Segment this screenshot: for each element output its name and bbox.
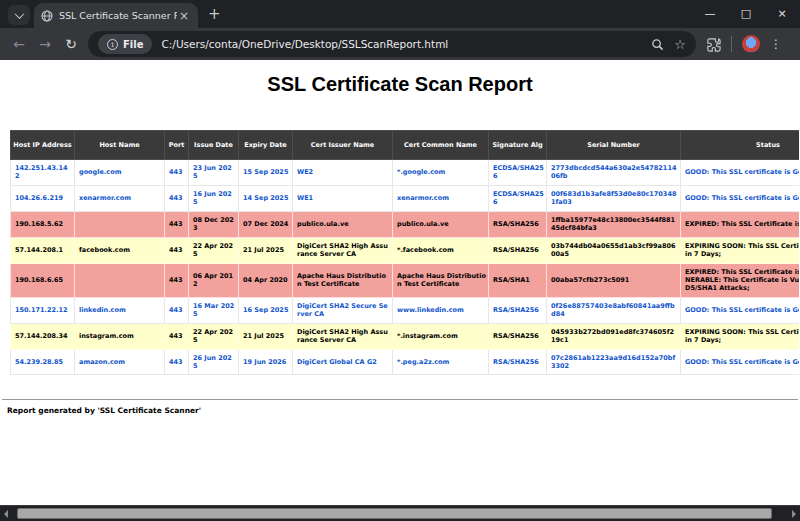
minimize-button[interactable]: — — [692, 0, 728, 28]
cell-port: 443 — [165, 263, 189, 297]
table-row: 57.144.208.1facebook.com44322 Apr 202521… — [11, 237, 800, 263]
cell-status: GOOD: This SSL certificate is Good — [681, 349, 800, 375]
cell-serial: 07c2861ab1223aa9d16d152a70bf3302 — [547, 349, 681, 375]
cell-host: amazon.com — [75, 349, 165, 375]
cell-issuer: Apache Haus Distribution Test Certificat… — [293, 263, 393, 297]
cell-issuer: WE2 — [293, 160, 393, 186]
zoom-indicator-icon[interactable] — [651, 38, 664, 51]
cell-ip: 190.168.5.62 — [11, 211, 75, 237]
table-row: 142.251.43.142google.com44323 Jun 202515… — [11, 160, 800, 186]
cell-issuer: WE1 — [293, 185, 393, 211]
file-scheme-chip[interactable]: i File — [98, 34, 152, 54]
cell-expiry_date: 21 Jul 2025 — [239, 237, 293, 263]
cell-issue_date: 26 Jun 2025 — [189, 349, 239, 375]
scroll-left-arrow-icon[interactable] — [4, 510, 8, 518]
cell-sig_alg: RSA/SHA256 — [489, 297, 547, 323]
tab-close-icon[interactable]: × — [177, 9, 191, 23]
browser-tab[interactable]: SSL Certificate Scanner Report × — [34, 3, 198, 28]
url-text: C:/Users/conta/OneDrive/Desktop/SSLScanR… — [161, 38, 641, 50]
cell-issue_date: 16 Mar 2025 — [189, 297, 239, 323]
table-row: 190.168.5.6244308 Dec 202307 Dec 2024pub… — [11, 211, 800, 237]
reload-button[interactable]: ↻ — [58, 36, 84, 52]
footer-divider — [2, 399, 798, 400]
forward-button[interactable]: → — [32, 36, 58, 52]
cell-serial: 00f683d1b3afe8f53d0e80c1703481fa03 — [547, 185, 681, 211]
cell-expiry_date: 07 Dec 2024 — [239, 211, 293, 237]
close-button[interactable]: × — [764, 0, 800, 28]
cell-common_name: xenarmor.com — [393, 185, 489, 211]
extensions-puzzle-icon[interactable] — [706, 37, 721, 52]
table-row: 54.239.28.85amazon.com44326 Jun 202519 J… — [11, 349, 800, 375]
cell-status: EXPIRED: This SSL Certificate is Expired… — [681, 211, 800, 237]
cell-serial: 03b744db04a0655d1ab3cf99a80600a5 — [547, 237, 681, 263]
cell-expiry_date: 15 Sep 2025 — [239, 160, 293, 186]
scrollbar-thumb[interactable] — [17, 508, 772, 519]
cell-port: 443 — [165, 323, 189, 349]
column-header-serial: Serial Number — [547, 131, 681, 160]
cell-expiry_date: 04 Apr 2020 — [239, 263, 293, 297]
cell-issuer: DigiCert SHA2 Secure Server CA — [293, 297, 393, 323]
cell-sig_alg: RSA/SHA256 — [489, 323, 547, 349]
info-icon: i — [107, 39, 118, 50]
maximize-button[interactable]: □ — [728, 0, 764, 28]
bookmark-star-icon[interactable]: ☆ — [674, 37, 686, 52]
cell-host: google.com — [75, 160, 165, 186]
table-row: 150.171.22.12linkedin.com44316 Mar 20251… — [11, 297, 800, 323]
cell-common_name: www.linkedin.com — [393, 297, 489, 323]
table-row: 104.26.6.219xenarmor.com44316 Jun 202514… — [11, 185, 800, 211]
profile-avatar[interactable] — [742, 35, 760, 53]
cell-port: 443 — [165, 237, 189, 263]
cell-sig_alg: ECDSA/SHA256 — [489, 185, 547, 211]
cell-ip: 57.144.208.34 — [11, 323, 75, 349]
cell-host — [75, 211, 165, 237]
cell-common_name: *.facebook.com — [393, 237, 489, 263]
tab-title: SSL Certificate Scanner Report — [59, 10, 177, 21]
back-button[interactable]: ← — [6, 36, 32, 52]
cell-status: GOOD: This SSL certificate is Good — [681, 160, 800, 186]
chevron-down-icon — [14, 9, 24, 19]
cell-issuer: DigiCert SHA2 High Assurance Server CA — [293, 323, 393, 349]
column-header-issue_date: Issue Date — [189, 131, 239, 160]
browser-toolbar: ← → ↻ i File C:/Users/conta/OneDrive/Des… — [0, 28, 800, 60]
cell-serial: 2773dbcdcd544a630a2e5478211406fb — [547, 160, 681, 186]
cell-expiry_date: 14 Sep 2025 — [239, 185, 293, 211]
cell-status: EXPIRED: This SSL Certificate is Expired… — [681, 263, 800, 297]
tab-search-button[interactable] — [8, 5, 30, 25]
menu-kebab-icon[interactable]: ⋮ — [770, 37, 782, 51]
table-row: 57.144.208.34instagram.com44322 Apr 2025… — [11, 323, 800, 349]
cell-sig_alg: RSA/SHA1 — [489, 263, 547, 297]
page-title: SSL Certificate Scan Report — [0, 60, 800, 96]
cell-common_name: *.peg.a2z.com — [393, 349, 489, 375]
toolbar-divider — [731, 36, 732, 52]
cell-serial: 045933b272bd091ed8fc374605f219c1 — [547, 323, 681, 349]
file-chip-label: File — [123, 39, 143, 50]
browser-titlebar: SSL Certificate Scanner Report × + — □ × — [0, 0, 800, 28]
column-header-ip: Host IP Address — [11, 131, 75, 160]
cell-port: 443 — [165, 185, 189, 211]
cell-sig_alg: RSA/SHA256 — [489, 349, 547, 375]
cell-port: 443 — [165, 297, 189, 323]
cell-expiry_date: 19 Jun 2026 — [239, 349, 293, 375]
cell-common_name: *.google.com — [393, 160, 489, 186]
cell-host — [75, 263, 165, 297]
cell-sig_alg: RSA/SHA256 — [489, 211, 547, 237]
column-header-expiry_date: Expiry Date — [239, 131, 293, 160]
address-bar[interactable]: i File C:/Users/conta/OneDrive/Desktop/S… — [88, 31, 696, 57]
cell-common_name: *.instagram.com — [393, 323, 489, 349]
cell-issue_date: 06 Apr 2012 — [189, 263, 239, 297]
scroll-right-arrow-icon[interactable] — [792, 510, 796, 518]
cell-status: EXPIRING SOON: This SSL Certificate Expi… — [681, 323, 800, 349]
cell-host: linkedin.com — [75, 297, 165, 323]
cell-ip: 54.239.28.85 — [11, 349, 75, 375]
ssl-scan-table: Host IP AddressHost NamePortIssue DateEx… — [10, 130, 799, 375]
cell-common_name: Apache Haus Distribution Test Certificat… — [393, 263, 489, 297]
scan-table-container: Host IP AddressHost NamePortIssue DateEx… — [10, 130, 799, 375]
new-tab-button[interactable]: + — [208, 5, 221, 23]
horizontal-scrollbar[interactable] — [0, 505, 800, 521]
cell-expiry_date: 16 Sep 2025 — [239, 297, 293, 323]
column-header-sig_alg: Signature Alg — [489, 131, 547, 160]
cell-ip: 150.171.22.12 — [11, 297, 75, 323]
cell-ip: 190.168.6.65 — [11, 263, 75, 297]
cell-ip: 142.251.43.142 — [11, 160, 75, 186]
cell-issue_date: 08 Dec 2023 — [189, 211, 239, 237]
